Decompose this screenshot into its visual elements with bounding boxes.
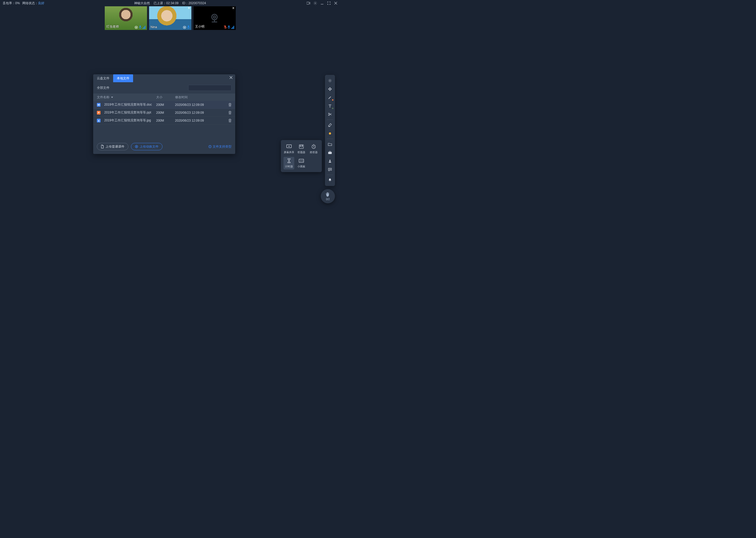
video-name-label: 叮当老师 <box>106 25 119 29</box>
scissors-tool[interactable] <box>326 111 334 118</box>
supported-types-link[interactable]: 文件支持类型 <box>209 144 231 149</box>
svg-rect-15 <box>228 26 229 27</box>
file-name: 2019年工作汇报情况查询等等.doc <box>104 102 152 107</box>
svg-point-24 <box>330 81 330 81</box>
play-icon <box>135 145 138 148</box>
video-tile-student[interactable]: × Nina <box>149 6 191 30</box>
chat-tool[interactable] <box>326 166 334 173</box>
class-id: ID：2020070324 <box>182 1 206 6</box>
file-mtime: 2020/06/23 12:09:09 <box>175 103 221 107</box>
hand-count: 0/2 <box>326 198 330 201</box>
delete-icon[interactable] <box>228 119 231 123</box>
video-name-label: Nina <box>151 25 157 29</box>
packet-loss: 丢包率：0% <box>3 1 20 6</box>
record-icon[interactable] <box>307 1 310 5</box>
svg-point-29 <box>329 160 331 161</box>
col-size[interactable]: 大小 <box>156 95 175 100</box>
delete-icon[interactable] <box>228 111 231 115</box>
tool-answer-device[interactable]: AB 答题器 <box>296 143 307 155</box>
tools-popup: 屏幕共享 AB 答题器 抢答器 计时器 2+3 小黑板 <box>281 140 322 172</box>
volume-meter <box>231 26 234 29</box>
svg-text:2+3: 2+3 <box>300 160 303 162</box>
tool-rush-answer[interactable]: 抢答器 <box>308 143 319 155</box>
svg-point-1 <box>315 3 316 4</box>
svg-point-6 <box>136 27 137 28</box>
pen-tool[interactable] <box>326 94 334 101</box>
col-mtime[interactable]: 修改时间 <box>175 95 221 100</box>
shape-tool[interactable] <box>326 130 334 137</box>
video-name-label: 王小明 <box>195 25 205 29</box>
move-tool[interactable] <box>326 85 334 93</box>
class-time: 已上课：02:34:09 <box>154 1 178 6</box>
file-size: 200M <box>156 111 175 115</box>
camera-status-icon <box>135 26 138 29</box>
file-icon <box>101 145 104 148</box>
eraser-tool[interactable] <box>326 121 334 129</box>
camera-off-icon <box>208 12 221 25</box>
svg-rect-7 <box>140 26 141 27</box>
svg-rect-10 <box>188 26 189 27</box>
upload-animated-button[interactable]: 上传动效文件 <box>131 143 163 150</box>
video-strip: 叮当老师 × Nina × 王小明 <box>0 6 340 30</box>
toolbox-tool[interactable] <box>326 149 334 156</box>
mic-icon <box>228 25 230 29</box>
tab-cloud-files[interactable]: 云盘文件 <box>93 74 113 82</box>
tool-screen-share[interactable]: 屏幕共享 <box>283 143 294 155</box>
volume-meter <box>143 26 145 29</box>
search-field[interactable] <box>192 86 231 90</box>
minimize-icon[interactable] <box>320 1 324 5</box>
svg-point-11 <box>212 14 217 20</box>
laser-pointer-tool[interactable] <box>326 77 334 84</box>
network-status: 网络状态：良好 <box>22 1 44 6</box>
svg-point-9 <box>184 27 185 28</box>
filetype-icon: W <box>97 103 101 107</box>
video-close-icon[interactable]: × <box>232 6 234 10</box>
svg-text:A: A <box>300 145 301 146</box>
breadcrumb[interactable]: 全部文件 <box>97 86 110 90</box>
text-tool[interactable] <box>326 102 334 110</box>
modal-close-icon[interactable] <box>229 76 233 79</box>
file-name: 2019年工作汇报情况查询等等.ppt <box>104 110 151 115</box>
right-toolbar <box>325 75 335 186</box>
video-close-icon[interactable]: × <box>188 6 190 10</box>
video-tile-student[interactable]: × 王小明 <box>193 6 236 30</box>
file-name: 2019年工作汇报情况查询等等.jpg <box>104 118 151 123</box>
table-row[interactable]: P2019年工作汇报情况查询等等.ppt200M2020/06/23 12:09… <box>93 109 235 117</box>
filetype-icon: ▲ <box>97 119 101 123</box>
folder-tool[interactable] <box>326 140 334 148</box>
close-icon[interactable] <box>334 1 338 5</box>
tool-blackboard[interactable]: 2+3 小黑板 <box>296 157 307 169</box>
tab-local-files[interactable]: 本地文件 <box>113 74 133 82</box>
user-tool[interactable] <box>326 157 334 165</box>
mic-muted-icon <box>224 25 226 29</box>
tool-timer[interactable]: 计时器 <box>283 157 294 169</box>
search-input[interactable] <box>188 85 231 91</box>
mic-icon <box>187 25 190 29</box>
svg-rect-28 <box>328 152 332 154</box>
fullscreen-icon[interactable] <box>327 1 331 5</box>
camera-status-icon <box>183 26 186 29</box>
svg-text:B: B <box>302 145 303 146</box>
top-bar: 丢包率：0% 网络状态：良好 神秘大自然 已上课：02:34:09 ID：202… <box>0 0 340 6</box>
svg-point-27 <box>329 133 331 134</box>
table-row[interactable]: ▲2019年工作汇报情况查询等等.jpg200M2020/06/23 12:09… <box>93 117 235 125</box>
bell-tool[interactable] <box>326 177 334 184</box>
file-mtime: 2020/06/23 12:09:09 <box>175 119 221 123</box>
class-title: 神秘大自然 <box>134 1 150 6</box>
file-size: 200M <box>156 103 175 107</box>
file-modal: 云盘文件 本地文件 全部文件 文件名称 大小 修改时间 W2019年工作汇报情况… <box>93 74 235 154</box>
col-name[interactable]: 文件名称 <box>97 95 156 100</box>
video-tile-teacher[interactable]: 叮当老师 <box>105 6 147 30</box>
svg-point-12 <box>213 16 215 18</box>
table-row[interactable]: W2019年工作汇报情况查询等等.doc200M2020/06/23 12:09… <box>93 101 235 109</box>
hand-icon <box>325 192 330 197</box>
sort-icon <box>111 97 113 98</box>
filetype-icon: P <box>97 111 101 115</box>
table-header: 文件名称 大小 修改时间 <box>93 93 235 101</box>
settings-icon[interactable] <box>313 1 317 5</box>
file-mtime: 2020/06/23 12:09:09 <box>175 111 221 115</box>
raise-hand-button[interactable]: 0/2 <box>321 189 335 203</box>
info-icon <box>209 145 212 148</box>
delete-icon[interactable] <box>228 103 231 107</box>
upload-normal-button[interactable]: 上传普通课件 <box>97 143 128 150</box>
